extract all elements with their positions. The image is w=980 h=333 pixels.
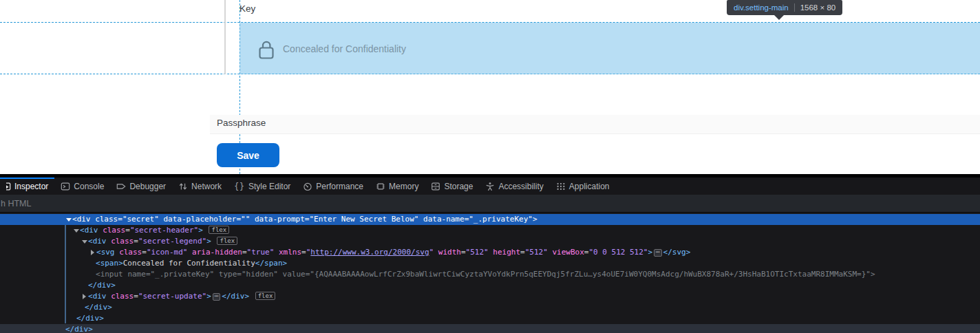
console-icon xyxy=(61,182,70,191)
tab-application[interactable]: Application xyxy=(550,178,616,195)
expand-twisty-open-icon[interactable] xyxy=(66,214,72,225)
markup-token: > xyxy=(99,314,104,323)
markup-token: Concealed for Confidentiality xyxy=(123,259,255,268)
node-infobar-tooltip: div.setting-main 1568 × 80 xyxy=(727,0,842,15)
markup-token: "true" xyxy=(247,248,275,257)
markup-line[interactable]: <span>Concealed for Confidentiality</spa… xyxy=(0,258,980,269)
flex-badge[interactable]: flex xyxy=(209,226,229,234)
markup-token: "secret" xyxy=(122,215,159,224)
markup-line[interactable]: </div> xyxy=(0,280,980,291)
search-input[interactable]: h HTML xyxy=(1,199,31,208)
markup-token: "hidden" xyxy=(242,270,278,279)
markup-token: = xyxy=(146,270,151,279)
markup-token: "{AQAAABAAAAowLrfCrZx9baWliwrtCiwCyztaYV… xyxy=(310,270,871,279)
tab-inspector[interactable]: Inspector xyxy=(0,178,54,195)
markup-token xyxy=(250,215,255,224)
tab-performance[interactable]: Performance xyxy=(297,178,370,195)
markup-token: < xyxy=(96,259,100,268)
markup-token: "" xyxy=(241,215,250,224)
markup-token: < xyxy=(88,237,93,246)
markup-token: > xyxy=(283,259,288,268)
passphrase-field-label: Passphrase xyxy=(217,118,266,128)
selected-node-indent-guide xyxy=(65,225,66,323)
markup-token: div xyxy=(231,292,245,301)
passphrase-row: Passphrase xyxy=(210,115,980,134)
key-field-label: Key xyxy=(239,3,255,14)
attribute-link[interactable]: http://www.w3.org/2000/svg xyxy=(310,248,429,257)
markup-token: > xyxy=(88,325,93,333)
tab-console[interactable]: Console xyxy=(54,178,110,195)
markup-search-bar[interactable]: h HTML xyxy=(0,195,980,213)
markup-token: = xyxy=(125,226,130,235)
markup-token: div xyxy=(93,292,107,301)
markup-line[interactable]: <div class="secret-legend"> flex xyxy=(0,236,980,247)
markup-token: </ xyxy=(65,325,74,333)
tab-label: Console xyxy=(74,182,104,191)
flex-badge[interactable]: flex xyxy=(255,292,276,300)
markup-token: > xyxy=(533,215,537,224)
markup-token: > xyxy=(686,248,691,257)
tab-debugger[interactable]: Debugger xyxy=(110,178,172,195)
infobar-selector: div.setting-main xyxy=(734,3,789,12)
expand-twisty-collapsed-icon[interactable] xyxy=(90,247,96,258)
markup-line[interactable]: <div class="secret-update">⋯</div> flex xyxy=(0,291,980,302)
markup-line[interactable]: </div> xyxy=(0,313,980,324)
markup-token: = xyxy=(134,292,138,301)
markup-token: div xyxy=(74,325,88,333)
markup-line[interactable]: <svg class="icon-md" aria-hidden="true" … xyxy=(0,247,980,258)
browser-page: Key Concealed for Confidentiality Passph… xyxy=(0,0,980,174)
markup-token: class xyxy=(111,292,134,301)
markup-token: = xyxy=(461,248,466,257)
markup-line[interactable]: </div> xyxy=(0,324,980,333)
markup-line[interactable]: <input name="_.privateKey" type="hidden"… xyxy=(0,269,980,280)
markup-token: width xyxy=(438,248,461,257)
markup-token: </ xyxy=(255,259,264,268)
markup-token: span xyxy=(100,259,119,268)
markup-token: < xyxy=(80,226,85,235)
application-icon xyxy=(556,182,566,191)
markup-token: < xyxy=(72,215,77,224)
tab-style-editor[interactable]: {}Style Editor xyxy=(228,178,297,195)
markup-token: class xyxy=(119,248,142,257)
tab-storage[interactable]: Storage xyxy=(425,178,479,195)
expand-twisty-open-icon[interactable] xyxy=(82,236,88,247)
debugger-icon xyxy=(116,182,126,191)
style-editor-icon: {} xyxy=(234,182,245,191)
markup-token: > xyxy=(118,259,123,268)
markup-token xyxy=(274,248,279,257)
markup-line[interactable]: </div> xyxy=(0,302,980,313)
expand-twisty-collapsed-icon[interactable] xyxy=(82,291,88,302)
accessibility-icon xyxy=(485,182,495,191)
markup-token: = xyxy=(142,248,147,257)
tab-memory[interactable]: Memory xyxy=(370,178,425,195)
markup-line[interactable]: <div class="secret" data-placeholder="" … xyxy=(0,214,980,225)
markup-token: data-name xyxy=(423,215,465,224)
infobar-arrow xyxy=(774,15,784,20)
flex-badge[interactable]: flex xyxy=(217,237,237,245)
markup-token: div xyxy=(85,314,99,323)
tab-label: Performance xyxy=(316,182,363,191)
markup-token: < xyxy=(96,248,101,257)
markup-token: value xyxy=(283,270,306,279)
expand-twisty-open-icon[interactable] xyxy=(74,225,80,236)
markup-token: div xyxy=(77,215,91,224)
tab-accessibility[interactable]: Accessibility xyxy=(479,178,549,195)
markup-token: viewBox xyxy=(552,248,584,257)
collapsed-ellipsis-badge[interactable]: ⋯ xyxy=(213,293,220,301)
markup-token: "secret-update" xyxy=(138,292,206,301)
collapsed-ellipsis-badge[interactable]: ⋯ xyxy=(654,249,661,257)
markup-token: svg xyxy=(672,248,686,257)
markup-token: "_.privateKey" xyxy=(151,270,215,279)
markup-token: class xyxy=(111,237,134,246)
markup-token: < xyxy=(96,270,100,279)
tab-label: Accessibility xyxy=(498,182,543,191)
markup-token: </ xyxy=(222,292,231,301)
markup-token: > xyxy=(111,281,116,290)
markup-token: class xyxy=(103,226,125,235)
markup-token: = xyxy=(520,248,525,257)
markup-line[interactable]: <div class="secret-header"> flex xyxy=(0,225,980,236)
save-button[interactable]: Save xyxy=(217,143,279,167)
markup-token: "0 0 512 512" xyxy=(588,248,648,257)
tab-label: Memory xyxy=(389,182,418,191)
tab-network[interactable]: Network xyxy=(172,178,228,195)
